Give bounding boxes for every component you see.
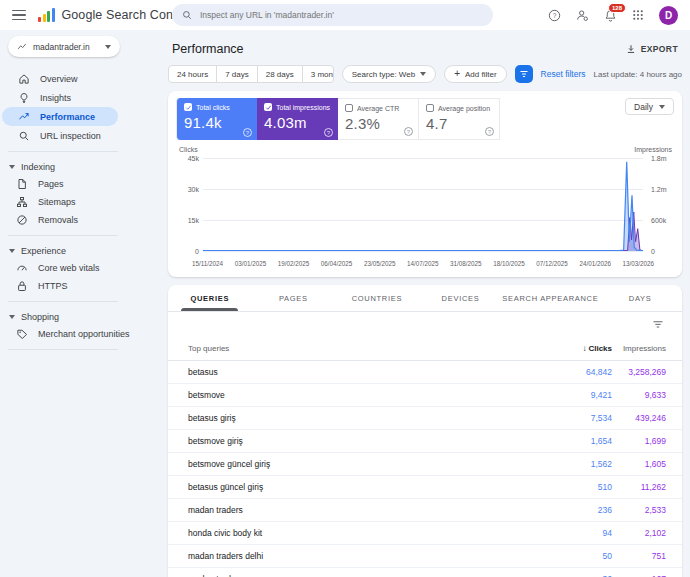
query-cell[interactable]: betasus <box>168 367 522 377</box>
range-3-months[interactable]: 3 months <box>303 66 334 82</box>
query-cell[interactable]: betsmove giriş <box>168 436 522 446</box>
tab-devices[interactable]: DEVICES <box>419 285 503 311</box>
tab-search-appearance[interactable]: SEARCH APPEARANCE <box>502 285 598 311</box>
clicks-cell: 1,654 <box>522 436 612 446</box>
add-filter-label: Add filter <box>465 70 497 79</box>
table-row[interactable]: madan traders2362,533 <box>168 499 682 522</box>
table-row[interactable]: betsmove güncel giriş1,5621,605 <box>168 453 682 476</box>
main-content: Performance EXPORT 24 hours 7 days 28 da… <box>160 30 690 577</box>
query-cell[interactable]: madan traders delhi <box>168 551 522 561</box>
table-row[interactable]: betasus giriş7,534439,246 <box>168 407 682 430</box>
page-title: Performance <box>172 42 244 56</box>
sidebar-item-removals[interactable]: Removals <box>0 211 160 229</box>
sidebar-item-insights[interactable]: Insights <box>2 88 118 107</box>
range-24-hours[interactable]: 24 hours <box>169 66 217 82</box>
tab-pages[interactable]: PAGES <box>252 285 336 311</box>
apps-grid-icon[interactable] <box>631 8 645 22</box>
metric-total-impressions[interactable]: Total impressions 4.03m ? <box>257 98 338 140</box>
help-icon[interactable]: ? <box>485 127 494 136</box>
query-cell[interactable]: madan traders <box>168 505 522 515</box>
sidebar-item-url-inspection[interactable]: URL inspection <box>2 126 118 145</box>
table-row[interactable]: betasus güncel giriş51011,262 <box>168 476 682 499</box>
compare-filter-button[interactable] <box>515 65 533 83</box>
help-icon[interactable]: ? <box>404 127 413 136</box>
metric-label: Total impressions <box>276 104 330 111</box>
sidebar: madantrader.in Overview Insights Perform… <box>0 30 160 577</box>
sidebar-item-label: HTTPS <box>38 281 68 291</box>
property-name: madantrader.in <box>33 42 90 52</box>
checkbox-checked-icon[interactable] <box>184 103 192 111</box>
user-settings-icon[interactable] <box>575 8 589 22</box>
checkbox-checked-icon[interactable] <box>264 103 272 111</box>
sidebar-item-sitemaps[interactable]: Sitemaps <box>0 193 160 211</box>
sidebar-item-merchant-opportunities[interactable]: Merchant opportunities <box>0 325 160 343</box>
tick-label: 1.2m <box>647 185 674 192</box>
section-label: Indexing <box>21 162 55 172</box>
plot-area[interactable] <box>203 158 643 251</box>
menu-icon[interactable] <box>12 10 26 21</box>
divider <box>8 349 118 350</box>
checkbox-unchecked-icon[interactable] <box>345 104 353 112</box>
table-row[interactable]: honda civic body kit942,102 <box>168 522 682 545</box>
table-row[interactable]: betsmove9,4219,633 <box>168 384 682 407</box>
sidebar-item-https[interactable]: HTTPS <box>0 277 160 295</box>
search-type-label: Search type: Web <box>352 70 415 79</box>
help-icon[interactable]: ? <box>547 8 561 22</box>
sidebar-item-overview[interactable]: Overview <box>2 69 118 88</box>
chevron-down-icon <box>420 72 426 76</box>
range-7-days[interactable]: 7 days <box>217 66 258 82</box>
table-row[interactable]: madan trader36167 <box>168 568 682 577</box>
notifications-bell-icon[interactable]: 128 <box>603 8 617 22</box>
table-filter-icon[interactable] <box>652 318 664 330</box>
url-inspect-searchbar[interactable] <box>172 4 493 26</box>
metric-average-ctr[interactable]: Average CTR 2.3% ? <box>338 98 419 140</box>
sidebar-item-performance[interactable]: Performance <box>2 107 118 126</box>
reset-filters-link[interactable]: Reset filters <box>541 69 586 79</box>
table-row[interactable]: madan traders delhi50751 <box>168 545 682 568</box>
section-experience[interactable]: Experience <box>0 242 160 259</box>
impressions-cell: 1,699 <box>612 436 682 446</box>
impressions-cell: 3,258,269 <box>612 367 682 377</box>
table-row[interactable]: betasus64,8423,258,269 <box>168 361 682 384</box>
help-icon[interactable]: ? <box>324 128 333 137</box>
section-indexing[interactable]: Indexing <box>0 158 160 175</box>
svg-text:?: ? <box>552 11 556 18</box>
section-shopping[interactable]: Shopping <box>0 308 160 325</box>
clicks-cell: 64,842 <box>522 367 612 377</box>
column-header-dimension[interactable]: Top queries <box>168 344 522 353</box>
tab-days[interactable]: DAYS <box>598 285 682 311</box>
search-input[interactable] <box>200 10 483 20</box>
column-header-clicks[interactable]: ↓Clicks <box>522 344 612 353</box>
clicks-cell: 7,534 <box>522 413 612 423</box>
metric-label: Average position <box>438 105 490 112</box>
chevron-down-icon <box>9 315 15 319</box>
sidebar-item-core-web-vitals[interactable]: Core web vitals <box>0 259 160 277</box>
sidebar-item-pages[interactable]: Pages <box>0 175 160 193</box>
help-icon[interactable]: ? <box>243 128 252 137</box>
avatar[interactable]: D <box>659 6 678 25</box>
tab-countries[interactable]: COUNTRIES <box>335 285 419 311</box>
tab-queries[interactable]: QUERIES <box>168 285 252 311</box>
clicks-cell: 236 <box>522 505 612 515</box>
add-filter-button[interactable]: + Add filter <box>444 65 506 83</box>
query-cell[interactable]: betsmove <box>168 390 522 400</box>
metric-average-position[interactable]: Average position 4.7 ? <box>419 98 500 140</box>
query-cell[interactable]: betsmove güncel giriş <box>168 459 522 469</box>
granularity-dropdown[interactable]: Daily <box>625 98 674 115</box>
query-cell[interactable]: betasus giriş <box>168 413 522 423</box>
metric-total-clicks[interactable]: Total clicks 91.4k ? <box>176 98 257 140</box>
query-cell[interactable]: betasus güncel giriş <box>168 482 522 492</box>
impressions-area <box>203 212 643 251</box>
sidebar-item-label: Pages <box>38 179 64 189</box>
checkbox-unchecked-icon[interactable] <box>426 104 434 112</box>
range-28-days[interactable]: 28 days <box>258 66 303 82</box>
export-button[interactable]: EXPORT <box>626 44 678 54</box>
property-selector[interactable]: madantrader.in <box>8 36 120 57</box>
search-type-filter[interactable]: Search type: Web <box>342 65 436 83</box>
funnel-icon <box>519 69 529 79</box>
column-header-impressions[interactable]: Impressions <box>612 344 682 353</box>
table-row[interactable]: betsmove giriş1,6541,699 <box>168 430 682 453</box>
x-tick-label: 15/11/2024 <box>192 260 223 267</box>
clicks-cell: 9,421 <box>522 390 612 400</box>
query-cell[interactable]: honda civic body kit <box>168 528 522 538</box>
